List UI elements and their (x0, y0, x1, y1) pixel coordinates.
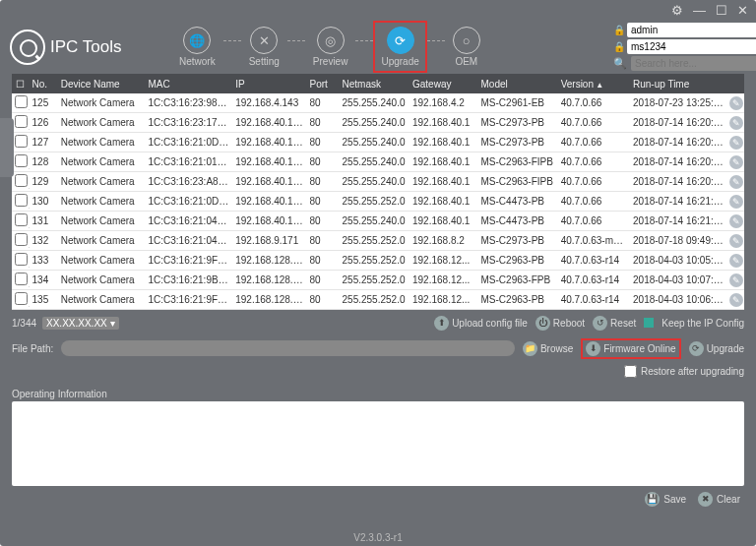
table-row[interactable]: 127Network Camera1C:C3:16:21:0D:C9192.16… (12, 133, 744, 152)
edit-row-icon[interactable]: ✎ (729, 273, 743, 287)
col-ip[interactable]: IP (232, 79, 306, 90)
username-field[interactable] (627, 23, 756, 37)
upload-icon: ⬆ (434, 316, 449, 331)
page-info: 1/344 (12, 318, 36, 329)
table-row[interactable]: 133Network Camera1C:C3:16:21:9F:2E192.16… (12, 251, 744, 271)
version-label: V2.3.0.3-r1 (353, 532, 402, 543)
table-row[interactable]: 125Network Camera1C:C3:16:23:98:04192.16… (12, 93, 744, 113)
main-nav: 🌐Network ✕Setting ◎Preview ⟳Upgrade ○OEM (177, 25, 482, 69)
nav-setting[interactable]: ✕Setting (247, 25, 282, 69)
restore-checkbox[interactable] (624, 365, 637, 378)
edit-row-icon[interactable]: ✎ (729, 96, 743, 110)
app-header: IPC Tools 🌐Network ✕Setting ◎Preview ⟳Up… (0, 20, 756, 74)
row-checkbox[interactable] (15, 115, 28, 128)
operating-info-label: Operating Information (12, 387, 744, 401)
col-name[interactable]: Device Name (58, 79, 146, 90)
clear-button[interactable]: ✖Clear (698, 492, 740, 507)
table-row[interactable]: 134Network Camera1C:C3:16:21:9B:9B192.16… (12, 271, 744, 290)
edit-row-icon[interactable]: ✎ (729, 155, 743, 169)
table-row[interactable]: 129Network Camera1C:C3:16:23:A8:A6192.16… (12, 172, 744, 192)
col-runup[interactable]: Run-up Time (630, 79, 726, 90)
app-window: ⚙ — ☐ ✕ IPC Tools 🌐Network ✕Setting ◎Pre… (0, 0, 756, 546)
col-gateway[interactable]: Gateway (410, 79, 478, 90)
col-netmask[interactable]: Netmask (340, 79, 410, 90)
row-checkbox[interactable] (15, 213, 28, 226)
globe-icon: 🌐 (183, 27, 211, 54)
settings-icon[interactable]: ⚙ (671, 3, 683, 18)
minimize-icon[interactable]: — (693, 3, 706, 18)
col-checkbox[interactable]: ☐ (12, 79, 30, 90)
password-field[interactable] (627, 39, 756, 54)
left-drawer-handle[interactable] (0, 118, 14, 177)
table-row[interactable]: 128Network Camera1C:C3:16:21:01:76192.16… (12, 152, 744, 172)
firmware-online-button[interactable]: ⬇Firmware Online (581, 338, 680, 359)
col-mac[interactable]: MAC (145, 79, 232, 90)
reset-icon: ↺ (593, 316, 607, 331)
row-checkbox[interactable] (15, 95, 28, 108)
toolbar-file: File Path: 📁Browse ⬇Firmware Online ⟳Upg… (12, 335, 744, 361)
upgrade-button[interactable]: ⟳Upgrade (689, 341, 744, 356)
table-row[interactable]: 126Network Camera1C:C3:16:23:17:FD192.16… (12, 113, 744, 133)
table-row[interactable]: 130Network Camera1C:C3:16:21:0D:CD192.16… (12, 192, 744, 212)
eye-icon: ◎ (317, 27, 345, 54)
file-path-input[interactable] (61, 340, 515, 356)
edit-row-icon[interactable]: ✎ (729, 116, 743, 130)
keep-ip-checkbox[interactable] (644, 318, 654, 328)
row-checkbox[interactable] (15, 154, 28, 167)
search-input[interactable] (631, 56, 756, 71)
file-path-label: File Path: (12, 343, 53, 354)
footer-actions: 💾Save ✖Clear (12, 486, 744, 512)
logo-icon (10, 30, 45, 65)
device-table: ☐ No. Device Name MAC IP Port Netmask Ga… (12, 74, 744, 310)
power-icon: ⏻ (536, 316, 550, 331)
edit-row-icon[interactable]: ✎ (729, 214, 743, 228)
col-version[interactable]: Version (558, 79, 630, 90)
nav-oem[interactable]: ○OEM (451, 25, 482, 69)
row-checkbox[interactable] (15, 273, 28, 285)
col-model[interactable]: Model (478, 79, 558, 90)
app-logo: IPC Tools (10, 30, 121, 65)
col-no[interactable]: No. (30, 79, 58, 90)
operating-info-box (12, 401, 744, 486)
table-row[interactable]: 131Network Camera1C:C3:16:21:04:58192.16… (12, 212, 744, 231)
clear-icon: ✖ (698, 492, 713, 507)
nav-network[interactable]: 🌐Network (177, 25, 218, 69)
row-checkbox[interactable] (15, 135, 28, 148)
edit-row-icon[interactable]: ✎ (729, 195, 743, 209)
upgrade-icon: ⟳ (689, 341, 704, 356)
edit-row-icon[interactable]: ✎ (729, 254, 743, 268)
app-title: IPC Tools (50, 37, 121, 57)
row-checkbox[interactable] (15, 194, 28, 207)
row-checkbox[interactable] (15, 292, 28, 305)
edit-row-icon[interactable]: ✎ (729, 136, 743, 150)
toolbar-options: Restore after upgrading (12, 361, 744, 381)
download-icon: ⬇ (586, 341, 600, 356)
edit-row-icon[interactable]: ✎ (729, 293, 743, 307)
upload-config-button[interactable]: ⬆Upload config file (434, 316, 528, 331)
save-button[interactable]: 💾Save (645, 492, 686, 507)
folder-icon: 📁 (523, 341, 537, 356)
ip-filter-select[interactable]: XX.XX.XX.XX ▾ (42, 317, 118, 330)
circle-icon: ○ (453, 27, 480, 54)
search-icon: 🔍 (613, 57, 627, 70)
table-row[interactable]: 135Network Camera1C:C3:16:21:9F:58192.16… (12, 290, 744, 310)
window-controls: ⚙ — ☐ ✕ (0, 0, 756, 20)
save-icon: 💾 (645, 492, 660, 507)
operating-info-section: Operating Information (12, 387, 744, 486)
row-checkbox[interactable] (15, 253, 28, 266)
maximize-icon[interactable]: ☐ (716, 3, 727, 18)
table-row[interactable]: 132Network Camera1C:C3:16:21:04:4F192.16… (12, 231, 744, 251)
table-body[interactable]: 125Network Camera1C:C3:16:23:98:04192.16… (12, 93, 744, 310)
row-checkbox[interactable] (15, 233, 28, 246)
edit-row-icon[interactable]: ✎ (729, 175, 743, 189)
browse-button[interactable]: 📁Browse (523, 341, 573, 356)
reset-button[interactable]: ↺Reset (593, 316, 636, 331)
nav-upgrade[interactable]: ⟳Upgrade (379, 25, 420, 69)
row-checkbox[interactable] (15, 174, 28, 187)
edit-row-icon[interactable]: ✎ (729, 234, 743, 248)
close-icon[interactable]: ✕ (737, 3, 748, 18)
reboot-button[interactable]: ⏻Reboot (536, 316, 585, 331)
toolbar-actions: 1/344 XX.XX.XX.XX ▾ ⬆Upload config file … (12, 310, 744, 335)
nav-preview[interactable]: ◎Preview (311, 25, 350, 69)
col-port[interactable]: Port (307, 79, 340, 90)
